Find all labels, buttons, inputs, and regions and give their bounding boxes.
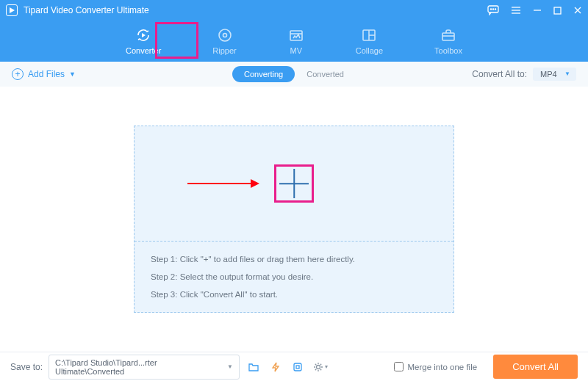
svg-rect-23 <box>296 366 299 369</box>
svg-point-14 <box>223 34 226 37</box>
minimize-button[interactable] <box>533 6 542 15</box>
toolbar: + Add Files ▼ Converting Converted Conve… <box>0 62 588 87</box>
close-button[interactable] <box>573 6 582 15</box>
mv-icon <box>288 27 304 43</box>
tab-toolbox[interactable]: Toolbox <box>427 24 470 58</box>
bottom-bar: Save to: C:\Tipard Studio\Tipard...rter … <box>0 352 588 381</box>
svg-point-24 <box>316 365 320 369</box>
add-files-plus-icon[interactable] <box>278 167 310 200</box>
format-select-wrap[interactable]: MP4 <box>533 68 576 81</box>
status-segment: Converting Converted <box>232 66 356 82</box>
high-speed-button[interactable] <box>290 359 306 375</box>
save-path-text: C:\Tipard Studio\Tipard...rter Ultimate\… <box>55 358 227 376</box>
format-select[interactable]: MP4 <box>533 68 576 81</box>
svg-rect-20 <box>442 33 454 40</box>
seg-converted[interactable]: Converted <box>295 66 356 82</box>
title-bar: Tipard Video Converter Ultimate <box>0 0 588 21</box>
tab-label: Converter <box>126 46 161 55</box>
app-logo-icon <box>6 4 18 16</box>
tab-ripper[interactable]: Ripper <box>205 24 243 58</box>
convert-all-label: Convert All to: <box>472 69 527 79</box>
main-nav: Converter Ripper MV Collage Toolbox <box>0 21 588 62</box>
tab-label: MV <box>290 46 302 55</box>
merge-label: Merge into one file <box>408 363 478 371</box>
svg-point-13 <box>219 29 231 41</box>
add-files-label: Add Files <box>28 69 65 79</box>
open-folder-button[interactable] <box>245 359 262 375</box>
svg-point-2 <box>490 9 491 10</box>
seg-converting[interactable]: Converting <box>232 66 295 82</box>
svg-marker-12 <box>142 33 146 37</box>
toolbox-icon <box>440 27 456 43</box>
convert-all-format: Convert All to: MP4 <box>472 68 576 81</box>
maximize-button[interactable] <box>553 7 562 15</box>
add-files-button[interactable]: + Add Files ▼ <box>12 68 76 80</box>
svg-point-4 <box>495 9 495 10</box>
svg-rect-22 <box>294 363 301 371</box>
merge-checkbox[interactable]: Merge into one file <box>394 362 478 371</box>
save-to-label: Save to: <box>10 362 43 372</box>
hardware-accel-button[interactable] <box>268 359 284 375</box>
dropzone[interactable]: Step 1: Click "+" to add files or drag t… <box>134 126 454 313</box>
plus-circle-icon: + <box>12 68 24 80</box>
step-text: Step 3: Click "Convert All" to start. <box>151 290 437 299</box>
settings-button[interactable]: ▾ <box>312 359 328 375</box>
app-title: Tipard Video Converter Ultimate <box>24 5 149 15</box>
svg-rect-9 <box>554 7 561 14</box>
annotation-arrow <box>187 179 259 188</box>
tab-collage[interactable]: Collage <box>348 24 390 58</box>
dropzone-instructions: Step 1: Click "+" to add files or drag t… <box>135 241 453 312</box>
svg-point-3 <box>492 9 493 10</box>
collage-icon <box>361 27 377 43</box>
save-path-dropdown[interactable]: C:\Tipard Studio\Tipard...rter Ultimate\… <box>49 355 240 380</box>
dropzone-top[interactable] <box>135 126 453 241</box>
chevron-down-icon: ▼ <box>227 363 233 370</box>
step-text: Step 1: Click "+" to add files or drag t… <box>151 255 437 264</box>
merge-checkbox-input[interactable] <box>394 362 404 371</box>
window-controls <box>487 5 582 15</box>
tab-label: Toolbox <box>434 46 462 55</box>
chevron-down-icon: ▼ <box>69 70 76 78</box>
svg-marker-0 <box>10 7 15 13</box>
tab-label: Collage <box>356 46 383 55</box>
feedback-icon[interactable] <box>487 5 499 15</box>
tab-converter[interactable]: Converter <box>118 24 168 58</box>
tab-label: Ripper <box>212 46 236 55</box>
converter-icon <box>135 27 151 43</box>
ripper-icon <box>217 27 233 43</box>
menu-icon[interactable] <box>511 6 521 15</box>
tab-mv[interactable]: MV <box>281 24 312 58</box>
svg-rect-15 <box>290 31 302 40</box>
step-text: Step 2: Select the output format you des… <box>151 272 437 281</box>
main-area: Step 1: Click "+" to add files or drag t… <box>0 87 588 352</box>
convert-all-button[interactable]: Convert All <box>493 355 578 379</box>
